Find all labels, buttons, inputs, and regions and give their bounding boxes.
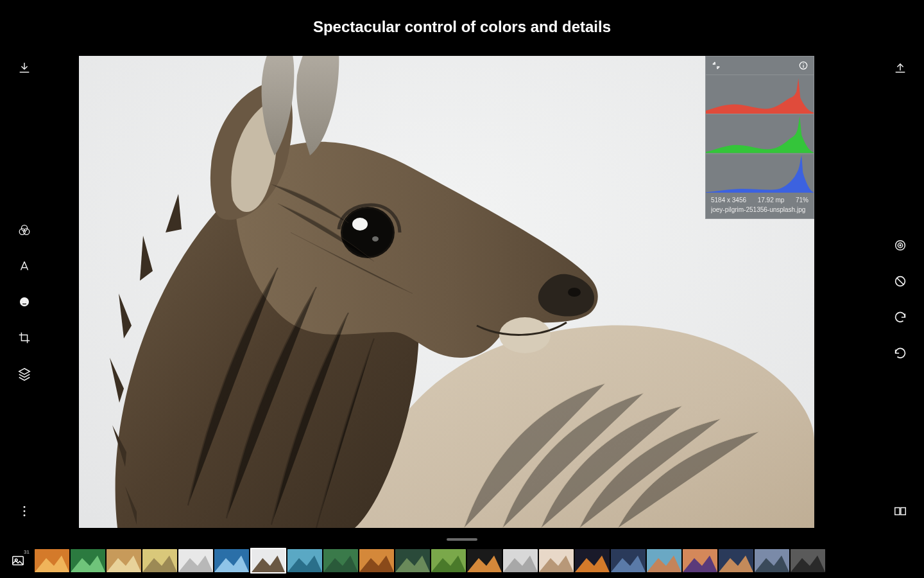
export-button[interactable] <box>891 59 909 77</box>
image-canvas[interactable]: 5184 x 3456 17.92 mp 71% joey-pilgrim-25… <box>79 56 814 528</box>
face-tool[interactable] <box>15 293 33 311</box>
text-tool[interactable] <box>15 257 33 275</box>
svg-rect-14 <box>900 508 905 515</box>
upload-icon <box>893 61 907 75</box>
layers-icon <box>17 367 31 381</box>
drag-handle[interactable] <box>447 538 477 541</box>
thumbnail[interactable] <box>755 549 789 572</box>
thumbnail[interactable] <box>214 549 249 572</box>
histogram-header <box>706 57 814 74</box>
svg-point-24 <box>803 63 803 64</box>
thumbnail[interactable] <box>35 549 69 572</box>
thumbnail[interactable] <box>250 548 286 574</box>
svg-rect-13 <box>894 508 899 515</box>
target-icon <box>893 238 907 252</box>
svg-point-16 <box>568 288 581 297</box>
thumbnail[interactable] <box>323 549 358 572</box>
filmstrip: 31 <box>0 543 924 578</box>
thumbnail[interactable] <box>539 549 574 572</box>
thumbnail-strip[interactable] <box>35 548 919 574</box>
svg-point-19 <box>343 209 393 256</box>
thumbnail[interactable] <box>683 549 717 572</box>
more-vertical-icon <box>17 504 31 518</box>
histogram-blue <box>706 153 814 193</box>
undo-icon <box>893 310 907 324</box>
thumbnail[interactable] <box>142 549 177 572</box>
filters-tool[interactable] <box>15 221 33 239</box>
text-icon <box>17 259 31 273</box>
svg-point-20 <box>352 218 368 231</box>
histogram-panel: 5184 x 3456 17.92 mp 71% joey-pilgrim-25… <box>705 56 814 219</box>
main-image <box>79 56 814 528</box>
undo-button[interactable] <box>891 308 909 326</box>
svg-point-5 <box>25 301 26 302</box>
image-dimensions: 5184 x 3456 <box>711 197 746 204</box>
app: Spectacular control of colors and detail… <box>0 0 924 578</box>
filters-icon <box>17 223 31 237</box>
svg-point-6 <box>23 506 25 508</box>
thumbnail[interactable] <box>287 549 322 572</box>
thumbnail[interactable] <box>395 549 430 572</box>
import-button[interactable] <box>15 59 33 77</box>
target-tool[interactable] <box>891 236 909 254</box>
svg-point-3 <box>20 298 28 306</box>
left-toolbar <box>0 0 48 539</box>
download-icon <box>17 61 31 75</box>
thumbnail[interactable] <box>503 549 538 572</box>
more-menu-button[interactable] <box>15 502 33 520</box>
redo-icon <box>893 346 907 360</box>
histogram-body <box>706 74 814 193</box>
collapse-icon <box>712 61 721 70</box>
image-zoom: 71% <box>796 197 809 204</box>
histogram-footer: 5184 x 3456 17.92 mp 71% joey-pilgrim-25… <box>706 193 814 218</box>
thumbnail[interactable] <box>431 549 466 572</box>
svg-point-7 <box>23 511 25 512</box>
info-button[interactable] <box>798 60 809 71</box>
svg-point-21 <box>372 236 379 241</box>
thumbnail[interactable] <box>359 549 394 572</box>
thumbnail[interactable] <box>611 549 646 572</box>
histogram-green <box>706 114 814 153</box>
info-icon <box>799 61 808 70</box>
left-tool-group <box>15 221 33 383</box>
right-toolbar <box>876 0 924 539</box>
histogram-red <box>706 74 814 114</box>
thumbnail[interactable] <box>467 549 502 572</box>
crop-icon <box>17 331 31 345</box>
right-tool-group <box>891 236 909 362</box>
thumbnail[interactable] <box>71 549 105 572</box>
thumbnail[interactable] <box>575 549 610 572</box>
split-view-button[interactable] <box>891 502 909 520</box>
thumbnail[interactable] <box>107 549 141 572</box>
face-icon <box>17 295 31 309</box>
library-count: 31 <box>24 549 30 555</box>
thumbnail[interactable] <box>647 549 681 572</box>
svg-point-4 <box>22 301 23 302</box>
image-filename: joey-pilgrim-251356-unsplash.jpg <box>711 206 809 213</box>
thumbnail[interactable] <box>719 549 753 572</box>
svg-point-8 <box>23 514 25 516</box>
library-button[interactable]: 31 <box>5 548 31 574</box>
compare-tool[interactable] <box>891 272 909 290</box>
layers-tool[interactable] <box>15 365 33 383</box>
thumbnail[interactable] <box>791 549 825 572</box>
image-megapixels: 17.92 mp <box>758 197 785 204</box>
compare-icon <box>893 274 907 288</box>
image-icon <box>11 554 25 568</box>
svg-point-11 <box>900 245 901 246</box>
thumbnail[interactable] <box>178 549 213 572</box>
redo-button[interactable] <box>891 344 909 362</box>
collapse-button[interactable] <box>711 60 721 71</box>
split-view-icon <box>893 504 907 518</box>
page-title: Spectacular control of colors and detail… <box>0 18 924 36</box>
crop-tool[interactable] <box>15 329 33 347</box>
